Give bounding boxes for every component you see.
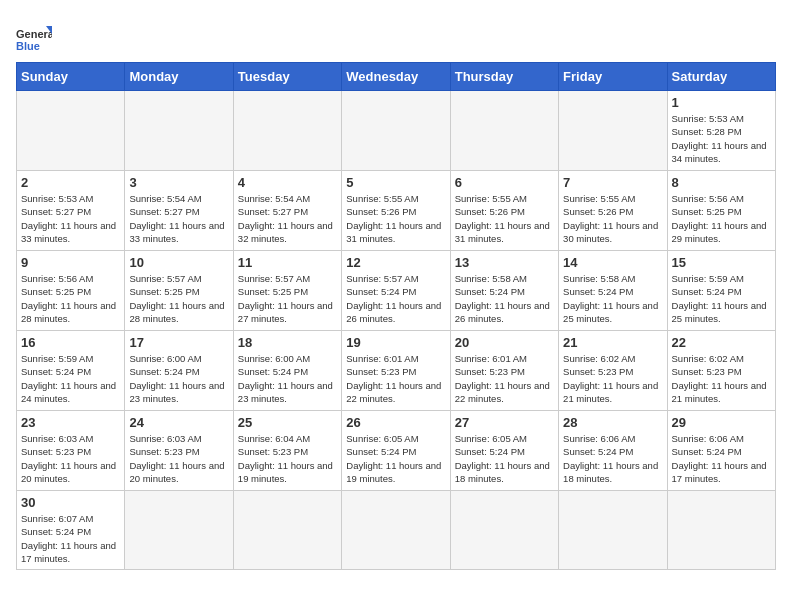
- calendar-day-cell: [559, 91, 667, 171]
- day-info: Sunrise: 6:02 AM Sunset: 5:23 PM Dayligh…: [672, 352, 771, 405]
- day-info: Sunrise: 6:03 AM Sunset: 5:23 PM Dayligh…: [129, 432, 228, 485]
- day-number: 18: [238, 335, 337, 350]
- day-info: Sunrise: 6:06 AM Sunset: 5:24 PM Dayligh…: [672, 432, 771, 485]
- day-info: Sunrise: 5:57 AM Sunset: 5:25 PM Dayligh…: [238, 272, 337, 325]
- day-of-week-header: Tuesday: [233, 63, 341, 91]
- calendar-day-cell: [125, 91, 233, 171]
- calendar-day-cell: [233, 491, 341, 570]
- calendar-day-cell: 25Sunrise: 6:04 AM Sunset: 5:23 PM Dayli…: [233, 411, 341, 491]
- calendar-day-cell: 5Sunrise: 5:55 AM Sunset: 5:26 PM Daylig…: [342, 171, 450, 251]
- day-info: Sunrise: 5:58 AM Sunset: 5:24 PM Dayligh…: [563, 272, 662, 325]
- calendar-day-cell: [450, 91, 558, 171]
- day-number: 15: [672, 255, 771, 270]
- day-info: Sunrise: 6:03 AM Sunset: 5:23 PM Dayligh…: [21, 432, 120, 485]
- calendar-day-cell: 10Sunrise: 5:57 AM Sunset: 5:25 PM Dayli…: [125, 251, 233, 331]
- calendar-day-cell: 18Sunrise: 6:00 AM Sunset: 5:24 PM Dayli…: [233, 331, 341, 411]
- day-info: Sunrise: 6:04 AM Sunset: 5:23 PM Dayligh…: [238, 432, 337, 485]
- day-number: 6: [455, 175, 554, 190]
- calendar-day-cell: [233, 91, 341, 171]
- day-number: 8: [672, 175, 771, 190]
- day-number: 19: [346, 335, 445, 350]
- calendar-day-cell: 13Sunrise: 5:58 AM Sunset: 5:24 PM Dayli…: [450, 251, 558, 331]
- header: GeneralBlue: [16, 16, 776, 52]
- logo: GeneralBlue: [16, 24, 52, 52]
- day-info: Sunrise: 6:02 AM Sunset: 5:23 PM Dayligh…: [563, 352, 662, 405]
- svg-text:Blue: Blue: [16, 40, 40, 52]
- calendar-day-cell: [17, 91, 125, 171]
- calendar-day-cell: 21Sunrise: 6:02 AM Sunset: 5:23 PM Dayli…: [559, 331, 667, 411]
- calendar-day-cell: 24Sunrise: 6:03 AM Sunset: 5:23 PM Dayli…: [125, 411, 233, 491]
- day-info: Sunrise: 5:55 AM Sunset: 5:26 PM Dayligh…: [346, 192, 445, 245]
- day-info: Sunrise: 5:54 AM Sunset: 5:27 PM Dayligh…: [238, 192, 337, 245]
- day-number: 26: [346, 415, 445, 430]
- day-info: Sunrise: 5:54 AM Sunset: 5:27 PM Dayligh…: [129, 192, 228, 245]
- calendar-week-row: 16Sunrise: 5:59 AM Sunset: 5:24 PM Dayli…: [17, 331, 776, 411]
- calendar-week-row: 1Sunrise: 5:53 AM Sunset: 5:28 PM Daylig…: [17, 91, 776, 171]
- calendar-day-cell: 17Sunrise: 6:00 AM Sunset: 5:24 PM Dayli…: [125, 331, 233, 411]
- calendar-day-cell: 8Sunrise: 5:56 AM Sunset: 5:25 PM Daylig…: [667, 171, 775, 251]
- calendar-day-cell: 15Sunrise: 5:59 AM Sunset: 5:24 PM Dayli…: [667, 251, 775, 331]
- day-number: 16: [21, 335, 120, 350]
- day-info: Sunrise: 6:05 AM Sunset: 5:24 PM Dayligh…: [346, 432, 445, 485]
- day-number: 10: [129, 255, 228, 270]
- day-of-week-header: Saturday: [667, 63, 775, 91]
- calendar-day-cell: [342, 91, 450, 171]
- calendar-day-cell: 20Sunrise: 6:01 AM Sunset: 5:23 PM Dayli…: [450, 331, 558, 411]
- calendar-day-cell: 9Sunrise: 5:56 AM Sunset: 5:25 PM Daylig…: [17, 251, 125, 331]
- calendar-header-row: SundayMondayTuesdayWednesdayThursdayFrid…: [17, 63, 776, 91]
- day-number: 9: [21, 255, 120, 270]
- day-number: 23: [21, 415, 120, 430]
- calendar-day-cell: [342, 491, 450, 570]
- day-info: Sunrise: 6:01 AM Sunset: 5:23 PM Dayligh…: [455, 352, 554, 405]
- day-info: Sunrise: 5:56 AM Sunset: 5:25 PM Dayligh…: [672, 192, 771, 245]
- day-number: 29: [672, 415, 771, 430]
- calendar-day-cell: 27Sunrise: 6:05 AM Sunset: 5:24 PM Dayli…: [450, 411, 558, 491]
- day-number: 17: [129, 335, 228, 350]
- svg-text:General: General: [16, 28, 52, 40]
- day-number: 13: [455, 255, 554, 270]
- day-number: 4: [238, 175, 337, 190]
- calendar-day-cell: [667, 491, 775, 570]
- day-number: 27: [455, 415, 554, 430]
- day-of-week-header: Wednesday: [342, 63, 450, 91]
- day-of-week-header: Monday: [125, 63, 233, 91]
- day-number: 12: [346, 255, 445, 270]
- day-number: 25: [238, 415, 337, 430]
- day-info: Sunrise: 5:59 AM Sunset: 5:24 PM Dayligh…: [672, 272, 771, 325]
- calendar-day-cell: 14Sunrise: 5:58 AM Sunset: 5:24 PM Dayli…: [559, 251, 667, 331]
- calendar-day-cell: 1Sunrise: 5:53 AM Sunset: 5:28 PM Daylig…: [667, 91, 775, 171]
- day-info: Sunrise: 5:57 AM Sunset: 5:24 PM Dayligh…: [346, 272, 445, 325]
- calendar-day-cell: 30Sunrise: 6:07 AM Sunset: 5:24 PM Dayli…: [17, 491, 125, 570]
- day-info: Sunrise: 6:06 AM Sunset: 5:24 PM Dayligh…: [563, 432, 662, 485]
- day-number: 28: [563, 415, 662, 430]
- day-number: 24: [129, 415, 228, 430]
- calendar-day-cell: [450, 491, 558, 570]
- calendar-day-cell: 4Sunrise: 5:54 AM Sunset: 5:27 PM Daylig…: [233, 171, 341, 251]
- calendar-week-row: 30Sunrise: 6:07 AM Sunset: 5:24 PM Dayli…: [17, 491, 776, 570]
- calendar-day-cell: 3Sunrise: 5:54 AM Sunset: 5:27 PM Daylig…: [125, 171, 233, 251]
- calendar-day-cell: 6Sunrise: 5:55 AM Sunset: 5:26 PM Daylig…: [450, 171, 558, 251]
- calendar-day-cell: 2Sunrise: 5:53 AM Sunset: 5:27 PM Daylig…: [17, 171, 125, 251]
- day-info: Sunrise: 6:00 AM Sunset: 5:24 PM Dayligh…: [238, 352, 337, 405]
- day-info: Sunrise: 5:56 AM Sunset: 5:25 PM Dayligh…: [21, 272, 120, 325]
- day-number: 30: [21, 495, 120, 510]
- day-number: 2: [21, 175, 120, 190]
- day-info: Sunrise: 6:00 AM Sunset: 5:24 PM Dayligh…: [129, 352, 228, 405]
- day-number: 5: [346, 175, 445, 190]
- day-info: Sunrise: 5:55 AM Sunset: 5:26 PM Dayligh…: [563, 192, 662, 245]
- calendar-day-cell: 23Sunrise: 6:03 AM Sunset: 5:23 PM Dayli…: [17, 411, 125, 491]
- calendar-day-cell: 29Sunrise: 6:06 AM Sunset: 5:24 PM Dayli…: [667, 411, 775, 491]
- day-of-week-header: Sunday: [17, 63, 125, 91]
- day-number: 22: [672, 335, 771, 350]
- day-info: Sunrise: 5:55 AM Sunset: 5:26 PM Dayligh…: [455, 192, 554, 245]
- day-number: 1: [672, 95, 771, 110]
- day-info: Sunrise: 5:53 AM Sunset: 5:27 PM Dayligh…: [21, 192, 120, 245]
- calendar-day-cell: 28Sunrise: 6:06 AM Sunset: 5:24 PM Dayli…: [559, 411, 667, 491]
- calendar-day-cell: [559, 491, 667, 570]
- day-info: Sunrise: 5:57 AM Sunset: 5:25 PM Dayligh…: [129, 272, 228, 325]
- calendar-day-cell: 12Sunrise: 5:57 AM Sunset: 5:24 PM Dayli…: [342, 251, 450, 331]
- day-info: Sunrise: 6:01 AM Sunset: 5:23 PM Dayligh…: [346, 352, 445, 405]
- calendar-day-cell: 7Sunrise: 5:55 AM Sunset: 5:26 PM Daylig…: [559, 171, 667, 251]
- day-info: Sunrise: 5:58 AM Sunset: 5:24 PM Dayligh…: [455, 272, 554, 325]
- calendar-day-cell: [125, 491, 233, 570]
